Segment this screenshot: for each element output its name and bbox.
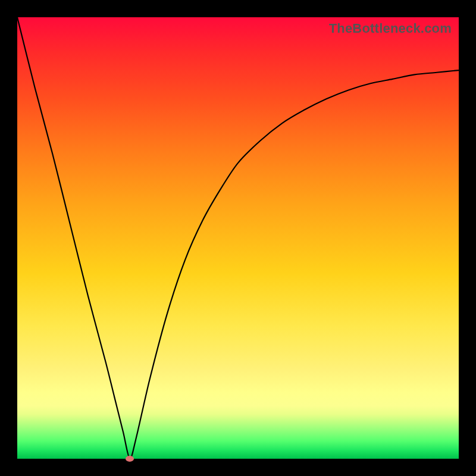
chart-frame: TheBottleneck.com [0, 0, 476, 476]
watermark-text: TheBottleneck.com [329, 21, 452, 36]
optimal-marker [126, 456, 134, 462]
bottleneck-curve [17, 17, 459, 459]
plot-area: TheBottleneck.com [17, 17, 459, 459]
